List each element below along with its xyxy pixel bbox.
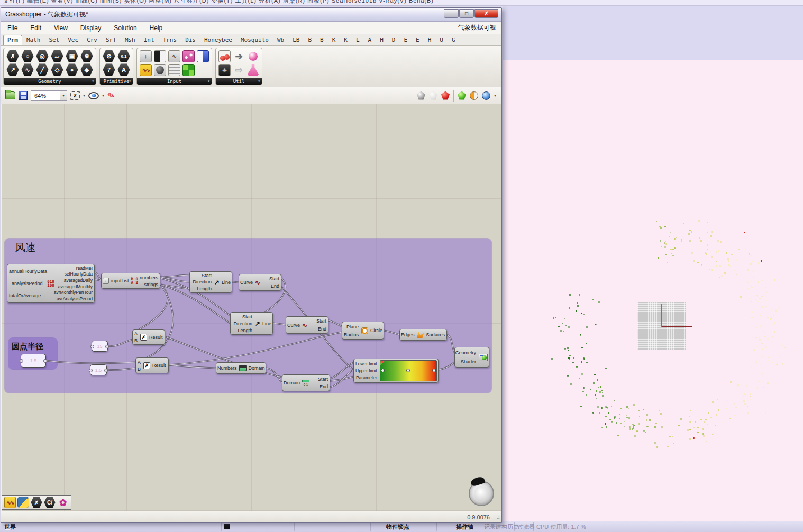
gradient-bar[interactable] (380, 360, 437, 381)
node-multiply-1[interactable]: A B ✗ Result (132, 329, 165, 345)
zoom-extents-icon[interactable]: ✗ (70, 91, 80, 100)
tab-mosquito-11[interactable]: Mosquito (236, 35, 273, 45)
arrow-outline-icon[interactable]: ⇨ (233, 64, 245, 76)
port-label[interactable]: averagedMonthly (58, 284, 93, 289)
tab-k-16[interactable]: K (328, 35, 340, 45)
hex-curve-icon[interactable]: ∿ (21, 63, 34, 76)
node-number-15[interactable]: 15 (92, 341, 108, 352)
layer-color-swatch[interactable] (224, 524, 230, 529)
minimize-button[interactable]: – (444, 9, 459, 18)
hex-line-icon[interactable]: ╱ (36, 63, 49, 76)
port-label[interactable]: Numbers (217, 365, 237, 371)
import-icon[interactable]: ↓ (140, 50, 152, 62)
status-filter[interactable]: 过滤器 (517, 523, 535, 531)
open-file-icon[interactable] (5, 91, 15, 99)
tab-lb-13[interactable]: LB (288, 35, 304, 45)
port-label[interactable]: totalOrAverage_ (9, 293, 43, 298)
tab-srf-5[interactable]: Srf (102, 35, 121, 45)
gradient-knob[interactable] (406, 369, 410, 372)
port-label[interactable]: Parameter (356, 375, 377, 380)
chevron-down-icon[interactable]: ▾ (207, 79, 210, 84)
tree-icon[interactable]: ♣ (218, 64, 231, 76)
status-snap[interactable]: 物件锁点 (386, 523, 409, 531)
port-label[interactable]: Surfaces (426, 332, 445, 337)
hex-snowflake-icon[interactable]: ❄ (80, 50, 93, 62)
port-label[interactable]: Start (242, 314, 252, 319)
graph-mapper-icon[interactable]: ∿ (168, 50, 180, 62)
tab-msh-6[interactable]: Msh (121, 35, 140, 45)
port-label[interactable]: annualHourlyData (9, 269, 47, 274)
display-dropdown-icon[interactable]: ▾ (494, 93, 496, 98)
tab-math-1[interactable]: Math (22, 35, 45, 45)
chevron-down-icon[interactable]: ▾ (92, 79, 94, 84)
port-label[interactable]: Start (316, 318, 326, 324)
tab-d-21[interactable]: D (388, 35, 400, 45)
sketch-pen-icon[interactable]: ✎ (106, 90, 116, 102)
tab-vec-3[interactable]: Vec (63, 35, 83, 45)
port-label[interactable]: avrMonthlyPerHour (54, 290, 93, 295)
paint-icon[interactable] (247, 50, 259, 62)
zoom-level[interactable]: 64% (31, 90, 60, 101)
arrow-solid-icon[interactable]: ➔ (233, 50, 245, 62)
port-label[interactable]: B (134, 338, 138, 343)
toggle-icon[interactable] (197, 50, 209, 62)
port-label[interactable]: Result (152, 363, 166, 368)
zoom-extents-dropdown-icon[interactable]: ▾ (83, 93, 85, 98)
preview-eye-icon[interactable] (88, 92, 99, 99)
port-label[interactable]: Curve (287, 323, 300, 328)
menu-view[interactable]: View (48, 23, 74, 33)
node-decon-domain[interactable]: Domain 0 1 Start End (282, 374, 330, 391)
port-label[interactable]: Edges (401, 332, 415, 337)
title-bar[interactable]: Grasshopper - 气象数据可视* – □ ✗ (1, 8, 501, 22)
port-label[interactable]: End (271, 283, 279, 289)
preview-shaded-icon[interactable] (441, 91, 450, 100)
panel-pink-icon[interactable] (182, 50, 195, 62)
hex-surface-icon[interactable]: ◈ (80, 63, 93, 76)
python-icon[interactable] (17, 497, 29, 508)
node-end-points-1[interactable]: Curve ∿ Start End (239, 274, 281, 291)
node-custom-preview[interactable]: Geometry Shader (454, 347, 489, 368)
menu-file[interactable]: File (1, 23, 24, 33)
grasshopper-window[interactable]: Grasshopper - 气象数据可视* – □ ✗ FileEditView… (1, 7, 502, 523)
node-line-sdl-1[interactable]: Start Direction Length ↗ Line (189, 271, 232, 293)
tab-honeybee-10[interactable]: Honeybee (200, 35, 236, 45)
port-label[interactable]: Start (318, 377, 328, 382)
close-button[interactable]: ✗ (474, 9, 498, 18)
node-circle[interactable]: Plane Radius Circle (342, 322, 384, 340)
port-label[interactable]: numbers (140, 275, 158, 280)
port-label[interactable]: averagedDaily (64, 278, 93, 283)
menu-solution[interactable]: Solution (107, 23, 143, 33)
tab-a-19[interactable]: A (364, 35, 376, 45)
port-label[interactable]: Circle (370, 328, 382, 333)
port-label[interactable]: Start (269, 276, 279, 281)
status-history[interactable]: 记录建构历史 (484, 523, 519, 531)
csharp-icon[interactable]: C/ (44, 497, 56, 508)
hex-x-icon[interactable]: ✗ (31, 497, 42, 508)
tab-e-22[interactable]: E (399, 35, 412, 45)
menu-display[interactable]: Display (74, 23, 107, 33)
tab-g-26[interactable]: G (448, 35, 460, 45)
tab-trns-8[interactable]: Trns (159, 35, 181, 45)
squiggle-icon[interactable]: ∿∿ (140, 64, 152, 76)
node-boundary-surfaces[interactable]: Edges Surfaces (399, 329, 447, 341)
port-label[interactable]: A (138, 360, 141, 365)
node-end-points-2[interactable]: Curve ∿ Start End (286, 316, 328, 334)
node-multiply-2[interactable]: A B ✗ Result (135, 357, 169, 373)
halftone-icon[interactable] (470, 91, 478, 100)
gradient-knob[interactable] (432, 369, 436, 372)
node-gradient[interactable]: Lower limit Upper limit Parameter (353, 359, 439, 383)
menu-edit[interactable]: Edit (24, 23, 48, 33)
zoom-dropdown-icon[interactable]: ▾ (60, 90, 67, 101)
port-label[interactable]: Start (202, 273, 212, 278)
port-label[interactable]: End (318, 326, 326, 332)
tab-int-7[interactable]: Int (140, 35, 159, 45)
port-label[interactable]: Radius (344, 332, 359, 337)
rhino-menu-items[interactable]: 文件(F) 编辑(E) 查看(V) 曲线(C) 曲面(S) 实体(O) 网格(M… (0, 0, 803, 5)
resize-grip[interactable]: .:: (497, 514, 499, 520)
tab-dis-9[interactable]: Dis (181, 35, 200, 45)
port-label[interactable]: Direction (193, 279, 212, 285)
preview-dropdown-icon[interactable]: ▾ (102, 93, 104, 98)
tab-h-20[interactable]: H (376, 35, 388, 45)
tab-u-25[interactable]: U (435, 35, 448, 45)
hex-integer-icon[interactable]: 7 (103, 63, 115, 76)
